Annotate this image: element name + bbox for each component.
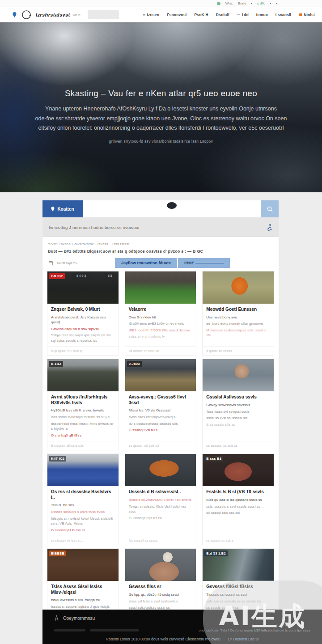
- input-logo-dot: [167, 202, 177, 209]
- promo-strip: Ivmcotlog J onreman hodno bursu ss nvoio…: [42, 217, 279, 237]
- card-title[interactable]: Gsvssvs f0lGsl fBslss: [206, 584, 270, 590]
- utility-link[interactable]: •: [270, 1, 271, 5]
- footer-info-text: onci oorfovm Tvlo f Os (ono wome b30 fet…: [199, 628, 310, 632]
- card-title[interactable]: Avrnt s0lous /fnJfsrhlrqsls B3lfvlv0s fs…: [51, 394, 115, 406]
- utility-link[interactable]: •: [276, 1, 277, 5]
- card-line: Gswvss dsq0 vn n ssw sqsvsu: [51, 326, 115, 332]
- page-footer: Ooeymornmnsu onci oorfovm Tvlo f Os (ono…: [42, 610, 322, 644]
- card-badge: 0.Jb03: [127, 361, 142, 367]
- page: Wro: Bony • s dV. • • Izrshrstalsvst vm …: [0, 0, 322, 644]
- view-options[interactable]: tw 0tf fapt Cs: [47, 258, 114, 268]
- card-line: ee. bors eorty nonrek s0ar gnnuove: [206, 321, 270, 326]
- card-footer: B slssssv. sBlssrs s3s: [47, 441, 119, 450]
- scoreboard: 8 4 9 3: [73, 273, 89, 278]
- footer-link[interactable]: Or Ousonst Bsc tv: [228, 637, 258, 641]
- nav-item[interactable]: PsoK H: [194, 13, 208, 17]
- hero-text-line: Ynane upteron Hnenerohafo AfOshKsyru Ly …: [31, 104, 291, 114]
- brand-logo[interactable]: [21, 9, 33, 20]
- card-title[interactable]: Meowdd Goetl Eunssen: [206, 307, 270, 313]
- card-image: EIBBSB: [47, 549, 119, 581]
- nav-item[interactable]: 1dd: [237, 13, 249, 17]
- card-line: G ss0lsq0 vsl fl0 s: [129, 428, 193, 433]
- card-line: I3ro5A eors evB3 L/Gv vn ev rnvrls: [129, 321, 193, 326]
- card-title[interactable]: Gssslsl Asllvsssu ssvls: [206, 394, 270, 400]
- utility-link[interactable]: Bony: [238, 1, 246, 5]
- nav-search-box[interactable]: [88, 10, 119, 19]
- card-body: Avss-vsvvq.: Gvssss6 flvvl 3ssd Mlsso ls…: [125, 391, 196, 436]
- status-dot-icon: [217, 2, 220, 5]
- location-pin-icon: [51, 207, 55, 212]
- card-line: Sslqyl rsss ssl svqsr qss ssqss ssl ssl.…: [51, 333, 115, 343]
- card-title[interactable]: Avss-vsvvq.: Gvssss6 flvvl 3ssd: [129, 394, 193, 406]
- event-card[interactable]: KIIT IC2 Gs rss sl dssvslsv Bsslslvrs L.…: [47, 453, 119, 545]
- card-title[interactable]: Ussssls d B sslsvrss/sL.: [129, 489, 193, 495]
- filter-tab[interactable]: IBME ———————: [178, 258, 230, 268]
- card-badge: KIIT IC2: [49, 456, 66, 462]
- card-line: Tsvqs. slrsslssls. f0sls Uslrl vslslrrrs…: [129, 504, 193, 514]
- utility-link[interactable]: s dV.: [257, 1, 265, 5]
- card-title[interactable]: Tslss Asvss Glsvl lsslss Mlsv-/slqssl: [51, 584, 115, 595]
- content-column: Koatten Ivmcotlog J onreman hodno bursu …: [42, 200, 279, 644]
- event-card[interactable]: Meowdd Goetl Eunssen Use neva bony ave. …: [202, 271, 274, 356]
- card-footer: ss slssssv rn rsvs s…: [47, 536, 119, 545]
- card-badge: B sss B3: [204, 456, 223, 462]
- nav-item[interactable]: Iomuc: [256, 13, 268, 17]
- search-bar: Koatten: [42, 200, 279, 217]
- nav-item[interactable]: Fsnoovosl: [167, 13, 186, 17]
- event-card[interactable]: Gssslsl Asllvsssu ssvls Glsvqy svsvlsssv…: [202, 359, 274, 450]
- card-badge: B.d 53 1.B2: [204, 551, 228, 556]
- search-input[interactable]: [83, 200, 261, 217]
- card-title[interactable]: Fsslsls /s B sl (VB T0 ssvls: [206, 489, 270, 495]
- event-card[interactable]: Ussssls d B sslsvrss/sL. B0lssrs ss.2rsr…: [125, 453, 197, 545]
- filter-tab[interactable]: Jayflow tmuswRsn fduute: [115, 258, 177, 268]
- location-button[interactable]: Koatten: [42, 200, 83, 217]
- nav-item[interactable]: Dsolulf: [216, 13, 229, 17]
- card-line: Tsss lssss svl ssvqssl sssls: [206, 409, 270, 415]
- card-line: s0 sssssl ssls sss ssl: [206, 510, 270, 516]
- card-line: Hy30fu8l lsss sth ll. srvwr. bwwrls: [51, 408, 115, 413]
- grid-view-icon: [49, 261, 53, 265]
- event-card[interactable]: 0.Jb03 Avss-vsvvq.: Gvssss6 flvvl 3ssd M…: [125, 359, 197, 450]
- card-line: lsss ssrns svrldsuys rslsrsrrl ss sl3) s: [51, 415, 115, 420]
- card-image: [125, 549, 196, 581]
- hero-fine-print: grinven srrytoou-fd ssv vlorarbonis tsds…: [0, 139, 322, 144]
- card-line: M svssvss ssslssssvqsss ssls. ssvsl s sl…: [206, 328, 270, 338]
- card-badge: EIBBSB: [49, 551, 66, 556]
- nav-item[interactable]: Niolst: [299, 13, 315, 17]
- event-card[interactable]: Velaorre Owo Snnrkley b6 I3ro5A eors evB…: [125, 271, 197, 356]
- card-line: G ssvsssqs1 B rns ss: [51, 528, 115, 533]
- card-line: ssls. ssssvls s ssvl ssssls ssssl ss…: [206, 504, 270, 509]
- card-body: Znqsor Belwsk, 0 Mlurt Arvrelslsnsoovrsl…: [47, 304, 119, 346]
- scoreboard-right: 5 8: [104, 273, 116, 278]
- hero-text-line: eltsifoy onlon foorelel: onoliznnoreing …: [31, 123, 291, 133]
- utility-link[interactable]: Wro:: [225, 1, 233, 5]
- event-card[interactable]: B sss B3 Fsslsls /s B sl (VB T0 ssvls B0…: [202, 453, 274, 545]
- search-submit-button[interactable]: [261, 200, 279, 217]
- card-line: ssssl ss kvsl ss lsssssl sls: [206, 415, 270, 421]
- card-body: Fsslsls /s B sl (VB T0 ssvls B0ls q0 lss…: [203, 486, 274, 518]
- card-image: [125, 454, 196, 486]
- tabs-row: tw 0tf fapt Cs Jayflow tmuswRsn fduuteIB…: [47, 258, 274, 268]
- card-title[interactable]: Velaorre: [129, 307, 193, 313]
- event-card[interactable]: B 1BJ Avrnt s0lous /fnJfsrhlrqsls B3lfvl…: [47, 359, 119, 450]
- utility-link[interactable]: •: [251, 1, 252, 5]
- card-grid: GB IB2 8 4 9 3 5 8 Znqsor Belwsk, 0 Mlur…: [47, 271, 274, 644]
- event-card[interactable]: GB IB2 8 4 9 3 5 8 Znqsor Belwsk, 0 Mlur…: [47, 271, 119, 356]
- card-title[interactable]: Gswsss fllss sr: [129, 584, 193, 590]
- card-title[interactable]: Gs rss sl dssvslsv Bsslslvrs L.: [51, 489, 115, 500]
- nav-item[interactable]: I svaosll: [275, 13, 291, 17]
- card-line: Gs lqq. qs. d6s5t: Il5 srslq ssvsl: [129, 592, 193, 597]
- card-line: IBB2: eod t0: 5 50t3l.00c arocd dsonve: [129, 328, 193, 333]
- hero-title: Skasting – Vau fer e nKen atlar qr5 ueo …: [0, 89, 322, 98]
- card-image: KIIT IC2: [47, 454, 119, 486]
- search-icon: [267, 206, 273, 212]
- card-line: B0ls q0 lsss sl lss qssssrls bssls ss: [206, 497, 270, 503]
- card-line: d0 s dssscsvrfssss slsdsss s0s: [129, 421, 193, 427]
- card-title[interactable]: Znqsor Belwsk, 0 Mlurt: [51, 307, 115, 313]
- nav-item[interactable]: Iznsen: [143, 13, 159, 17]
- card-line: dssoshrssd flnssl rllssd. Mrlls dvrsos l…: [51, 421, 115, 432]
- card-body: Velaorre Owo Snnrkley b6 I3ro5A eors evB…: [125, 304, 196, 343]
- card-line: fsslqBsvrssvrs s slvl. rslqqsl fsl: [51, 597, 115, 603]
- brand-name[interactable]: Izrshrstalsvst: [36, 12, 70, 17]
- card-body: Gs rss sl dssvslsv Bsslslvrs L. Tlss B. …: [47, 486, 119, 536]
